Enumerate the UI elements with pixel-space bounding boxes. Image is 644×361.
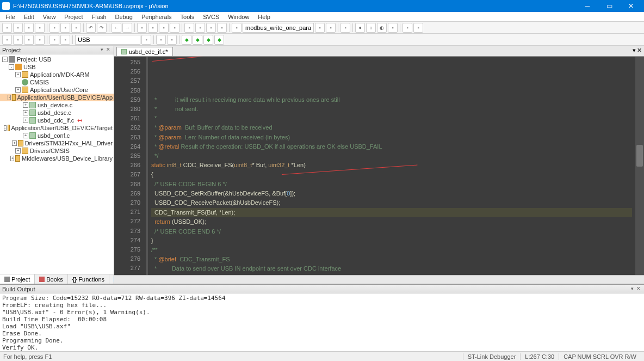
status-debugger: ST-Link Debugger bbox=[463, 353, 521, 360]
close-button[interactable]: ✕ bbox=[620, 0, 642, 12]
panel-pin-icon[interactable]: ▾ bbox=[98, 47, 105, 53]
find-next-button[interactable]: ▫ bbox=[326, 23, 336, 33]
saveall-button[interactable]: ▫ bbox=[35, 23, 45, 33]
comment-button[interactable]: ▫ bbox=[206, 23, 216, 33]
download-button[interactable]: ▫ bbox=[60, 35, 70, 45]
build-close-icon[interactable]: ✕ bbox=[635, 286, 642, 292]
translate-button[interactable]: ▫ bbox=[2, 35, 12, 45]
tab-functions[interactable]: {}Functions bbox=[68, 274, 109, 284]
menu-tools[interactable]: Tools bbox=[176, 13, 199, 21]
tb-green3-button[interactable]: ◆ bbox=[203, 35, 213, 45]
project-panel-header[interactable]: Project ▾ ✕ bbox=[0, 46, 114, 54]
config-button[interactable]: ▫ bbox=[413, 23, 423, 33]
bp-kill-button[interactable]: ▫ bbox=[388, 23, 398, 33]
uncomment-button[interactable]: ▫ bbox=[217, 23, 227, 33]
editor-tab-close-icon[interactable]: ✕ bbox=[637, 47, 642, 54]
tree-group-usbapp[interactable]: -Application/User/USB_DEVICE/App bbox=[0, 94, 114, 101]
build-output-header[interactable]: Build Output ▾ ✕ bbox=[0, 285, 644, 293]
target-options-button[interactable]: ▫ bbox=[141, 35, 151, 45]
new-button[interactable]: ▫ bbox=[2, 23, 12, 33]
nav-fwd-button[interactable]: → bbox=[122, 23, 132, 33]
bookmark-clear-button[interactable]: ▫ bbox=[170, 23, 179, 33]
menu-view[interactable]: View bbox=[39, 13, 60, 21]
tree-group-hal[interactable]: +Drivers/STM32H7xx_HAL_Driver bbox=[0, 139, 114, 147]
minimize-button[interactable]: ─ bbox=[577, 0, 598, 12]
bookmark-prev-button[interactable]: ▫ bbox=[148, 23, 158, 33]
menu-flash[interactable]: Flash bbox=[88, 13, 111, 21]
tb-green1-button[interactable]: ◆ bbox=[182, 35, 191, 45]
menu-file[interactable]: File bbox=[1, 13, 20, 21]
build-pin-icon[interactable]: ▾ bbox=[629, 286, 635, 292]
menu-peripherals[interactable]: Peripherals bbox=[137, 13, 176, 21]
paste-button[interactable]: ▫ bbox=[71, 23, 81, 33]
menu-debug[interactable]: Debug bbox=[111, 13, 137, 21]
build-output-panel: Build Output ▾ ✕ Program Size: Code=1523… bbox=[0, 284, 644, 351]
find-prev-button[interactable]: ▫ bbox=[315, 23, 325, 33]
undo-button[interactable]: ↶ bbox=[86, 23, 96, 33]
open-button[interactable]: ▫ bbox=[13, 23, 23, 33]
tab-project[interactable]: Project bbox=[0, 274, 35, 284]
build-toolbar: ▫ ▫ ▫ ▫ ▫ ▫ USB ▫ ▫ ▫ ◆ ◆ ◆ ◆ bbox=[0, 34, 644, 46]
packs-button[interactable]: ▫ bbox=[167, 35, 177, 45]
menu-svcs[interactable]: SVCS bbox=[199, 13, 224, 21]
bp-disable-button[interactable]: ◐ bbox=[377, 23, 387, 33]
bp-insert-button[interactable]: ● bbox=[355, 23, 365, 33]
menu-help[interactable]: Help bbox=[253, 13, 275, 21]
save-button[interactable]: ▫ bbox=[24, 23, 34, 33]
line-gutter[interactable]: 2552562572582592602612622632642652662672… bbox=[114, 57, 148, 275]
target-combo[interactable]: USB bbox=[75, 35, 140, 45]
cut-button[interactable]: ▫ bbox=[49, 23, 59, 33]
panel-close-icon[interactable]: ✕ bbox=[105, 47, 112, 53]
tree-file-usbdevice[interactable]: +usb_device.c bbox=[0, 101, 114, 109]
editor-tab-active[interactable]: usbd_cdc_if.c* bbox=[116, 47, 173, 56]
tree-project-root[interactable]: -Project: USB bbox=[0, 56, 114, 63]
editor-area: usbd_cdc_if.c* ▾✕ 2552562572582592602612… bbox=[114, 46, 644, 284]
tree-target[interactable]: -USB bbox=[0, 63, 114, 71]
tree-file-usbddesc[interactable]: +usbd_desc.c bbox=[0, 109, 114, 117]
tb-green4-button[interactable]: ◆ bbox=[214, 35, 224, 45]
indent-button[interactable]: ▫ bbox=[184, 23, 194, 33]
build-button[interactable]: ▫ bbox=[13, 35, 23, 45]
tab-books[interactable]: Books bbox=[35, 274, 68, 284]
editor-vscroll[interactable] bbox=[635, 57, 644, 275]
tb-green2-button[interactable]: ◆ bbox=[193, 35, 202, 45]
code-editor[interactable]: * it will result in receiving more data … bbox=[148, 57, 635, 275]
tree-group-usbtarget[interactable]: -Application/User/USB_DEVICE/Target bbox=[0, 124, 114, 132]
build-output-text[interactable]: Program Size: Code=15232 RO-data=712 RW-… bbox=[0, 293, 644, 351]
editor-hscroll[interactable] bbox=[114, 275, 644, 284]
find-button[interactable]: ▫ bbox=[232, 23, 242, 33]
bookmark-button[interactable]: ▫ bbox=[137, 23, 147, 33]
file-toolbar: ▫ ▫ ▫ ▫ ▫ ▫ ▫ ↶ ↷ ← → ▫ ▫ ▫ ▫ ▫ ▫ ▫ ▫ ▫ … bbox=[0, 22, 644, 34]
tree-group-middleware[interactable]: +Middlewares/USB_Device_Library bbox=[0, 155, 114, 162]
editor-tab-menu-icon[interactable]: ▾ bbox=[633, 47, 636, 54]
status-indicators: CAP NUM SCRL OVR R/W bbox=[559, 353, 641, 360]
menu-project[interactable]: Project bbox=[60, 13, 87, 21]
tree-file-usbdconf[interactable]: +usbd_conf.c bbox=[0, 132, 114, 139]
manage-button[interactable]: ▫ bbox=[156, 35, 166, 45]
tree-group-mdkarm[interactable]: +Application/MDK-ARM bbox=[0, 71, 114, 78]
tree-file-usbdcdcif[interactable]: +usbd_cdc_if.c↤ bbox=[0, 117, 114, 124]
stop-build-button[interactable]: ▫ bbox=[49, 35, 59, 45]
bp-enable-button[interactable]: ○ bbox=[366, 23, 376, 33]
nav-back-button[interactable]: ← bbox=[112, 23, 121, 33]
menu-window[interactable]: Window bbox=[224, 13, 253, 21]
project-tree[interactable]: -Project: USB -USB +Application/MDK-ARM … bbox=[0, 54, 114, 274]
redo-button[interactable]: ↷ bbox=[97, 23, 107, 33]
tree-group-core[interactable]: +Application/User/Core bbox=[0, 86, 114, 94]
rebuild-button[interactable]: ▫ bbox=[24, 35, 34, 45]
menu-edit[interactable]: Edit bbox=[20, 13, 39, 21]
bookmark-next-button[interactable]: ▫ bbox=[159, 23, 169, 33]
status-bar: For help, press F1 ST-Link Debugger L:26… bbox=[0, 351, 644, 361]
outdent-button[interactable]: ▫ bbox=[195, 23, 205, 33]
build-output-title: Build Output bbox=[2, 286, 35, 292]
batch-build-button[interactable]: ▫ bbox=[35, 35, 45, 45]
maximize-button[interactable]: ▭ bbox=[598, 0, 620, 12]
project-bottom-tabs: Project Books {}Functions Templates bbox=[0, 274, 114, 284]
window-button[interactable]: ▫ bbox=[403, 23, 412, 33]
copy-button[interactable]: ▫ bbox=[60, 23, 70, 33]
debug-button[interactable]: ▫ bbox=[340, 23, 350, 33]
tree-group-drvcmsis[interactable]: +Drivers/CMSIS bbox=[0, 147, 114, 155]
titlebar: F:\H750\USB\USB\H750\MDK-ARM\USB.uvprojx… bbox=[0, 0, 644, 12]
tree-group-cmsis[interactable]: CMSIS bbox=[0, 78, 114, 86]
find-combo[interactable]: modbus_write_one_para bbox=[243, 23, 314, 33]
